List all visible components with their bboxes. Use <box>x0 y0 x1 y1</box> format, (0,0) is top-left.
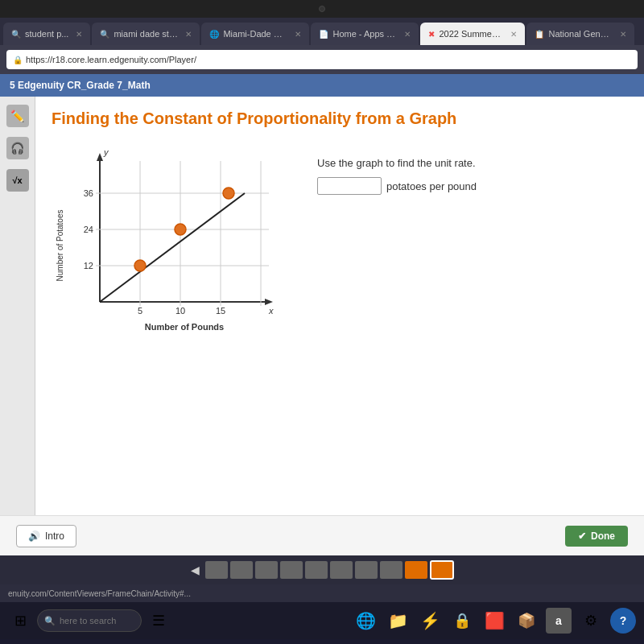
progress-box-7[interactable] <box>355 561 378 579</box>
point-1 <box>134 260 146 271</box>
dropbox-icon[interactable]: 📦 <box>514 608 539 634</box>
tab-6-label: National General M... <box>548 29 613 39</box>
app-header: 5 Edgenuity CR_Grade 7_Math <box>0 74 644 97</box>
tab-1-close[interactable]: ✕ <box>76 30 82 39</box>
svg-text:10: 10 <box>175 306 185 316</box>
sqrt-icon[interactable]: √x <box>6 169 29 192</box>
tab-3-label: Miami-Dade County P... <box>223 29 287 39</box>
taskbar-right: 🌐 📁 ⚡ 🔒 🟥 📦 a ⚙ ? <box>353 608 636 634</box>
edge-browser-icon[interactable]: 🌐 <box>353 608 378 634</box>
tab-3-close[interactable]: ✕ <box>295 30 301 39</box>
lightning-icon[interactable]: ⚡ <box>417 608 443 634</box>
main-panel: Finding the Constant of Proportionality … <box>35 97 644 515</box>
instructions-text: Use the graph to find the unit rate. <box>317 157 628 169</box>
address-text: https://r18.core.learn.edgenuity.com/Pla… <box>26 55 196 64</box>
instructions-panel: Use the graph to find the unit rate. pot… <box>317 141 628 195</box>
tab-5-icon: ✖ <box>428 30 435 39</box>
tab-4-icon: 📄 <box>319 30 328 39</box>
tab-1-label: student p... <box>25 29 68 39</box>
svg-marker-2 <box>97 153 103 161</box>
progress-box-3[interactable] <box>255 561 278 579</box>
lesson-title: Finding the Constant of Proportionality … <box>52 109 628 128</box>
tab-6[interactable]: 📋 National General M... ✕ <box>526 23 634 45</box>
file-explorer-icon[interactable]: 📁 <box>385 608 411 634</box>
progress-box-10[interactable] <box>430 560 454 580</box>
done-label: Done <box>591 530 615 542</box>
point-2 <box>175 224 186 235</box>
tab-1[interactable]: 🔍 student p... ✕ <box>3 23 90 45</box>
task-view-icon[interactable]: ☰ <box>147 609 171 633</box>
progress-prev-icon[interactable]: ◀ <box>191 564 200 576</box>
pencil-icon[interactable]: ✏️ <box>6 105 29 127</box>
svg-text:5: 5 <box>138 306 142 316</box>
taskbar-search-label: here to search <box>60 616 116 625</box>
intro-label: Intro <box>45 530 64 542</box>
intro-button[interactable]: 🔊 Intro <box>16 525 76 547</box>
laptop-bezel-top <box>0 0 644 18</box>
address-bar-row: 🔒 https://r18.core.learn.edgenuity.com/P… <box>0 45 644 74</box>
answer-input[interactable] <box>317 177 382 195</box>
tab-3[interactable]: 🌐 Miami-Dade County P... ✕ <box>201 23 309 45</box>
svg-text:y: y <box>103 147 109 157</box>
progress-box-2[interactable] <box>230 561 253 579</box>
tab-3-icon: 🌐 <box>209 30 219 39</box>
tab-6-close[interactable]: ✕ <box>620 30 626 39</box>
a-icon[interactable]: a <box>546 608 572 634</box>
taskbar-search[interactable]: 🔍 here to search <box>37 609 142 632</box>
tab-6-icon: 📋 <box>535 30 544 39</box>
tab-2[interactable]: 🔍 miami dade student p... ✕ <box>92 23 200 45</box>
svg-line-19 <box>100 193 245 302</box>
unit-label: potatoes per pound <box>386 180 477 192</box>
svg-text:12: 12 <box>84 261 93 270</box>
status-url: enuity.com/ContentViewers/FrameChain/Act… <box>8 589 191 598</box>
help-icon[interactable]: ? <box>610 608 636 634</box>
point-3 <box>223 188 234 199</box>
progress-box-6[interactable] <box>330 561 353 579</box>
headphone-icon[interactable]: 🎧 <box>6 137 29 159</box>
graph-svg: Number of Potatoes <box>52 141 293 350</box>
svg-text:x: x <box>268 306 274 316</box>
progress-box-9[interactable] <box>405 561 427 579</box>
taskbar: ⊞ 🔍 here to search ☰ 🌐 📁 ⚡ 🔒 🟥 📦 a ⚙ ? <box>0 602 644 639</box>
progress-box-4[interactable] <box>280 561 303 579</box>
search-icon: 🔍 <box>44 616 56 626</box>
tab-1-icon: 🔍 <box>11 30 21 39</box>
left-sidebar: ✏️ 🎧 √x <box>0 97 35 515</box>
browser-tab-bar: 🔍 student p... ✕ 🔍 miami dade student p.… <box>0 18 644 45</box>
svg-text:24: 24 <box>84 225 93 234</box>
progress-box-8[interactable] <box>380 561 402 579</box>
y-axis-label: Number of Potatoes <box>56 210 64 282</box>
address-bar[interactable]: 🔒 https://r18.core.learn.edgenuity.com/P… <box>6 50 638 69</box>
svg-text:Number of Pounds: Number of Pounds <box>145 322 224 332</box>
tab-5[interactable]: ✖ 2022 Summer 305 Ed... ✕ <box>420 23 525 45</box>
checkmark-icon: ✔ <box>578 530 586 542</box>
lock-icon: 🔒 <box>13 56 23 64</box>
settings-icon[interactable]: ⚙ <box>578 608 604 634</box>
windows-start-icon[interactable]: ⊞ <box>8 609 32 633</box>
tab-4-close[interactable]: ✕ <box>404 30 411 39</box>
svg-text:15: 15 <box>216 306 225 316</box>
tab-5-close[interactable]: ✕ <box>510 30 517 39</box>
tab-2-label: miami dade student p... <box>114 29 178 39</box>
content-area: ✏️ 🎧 √x Finding the Constant of Proporti… <box>0 97 644 515</box>
progress-area: ◀ <box>0 555 644 584</box>
graph-container: Number of Potatoes <box>52 141 293 350</box>
progress-box-1[interactable] <box>205 561 228 579</box>
speaker-icon: 🔊 <box>28 530 40 542</box>
tab-2-close[interactable]: ✕ <box>185 30 192 39</box>
unit-rate-row: potatoes per pound <box>317 177 628 195</box>
problem-area: Number of Potatoes <box>52 141 628 350</box>
lock-app-icon[interactable]: 🔒 <box>449 608 475 634</box>
app-header-title: 5 Edgenuity CR_Grade 7_Math <box>10 80 151 91</box>
tab-4[interactable]: 📄 Home - Apps | Service... ✕ <box>311 23 419 45</box>
tab-2-icon: 🔍 <box>100 30 109 39</box>
webcam-icon <box>319 6 325 12</box>
svg-text:36: 36 <box>84 188 93 198</box>
bottom-bar: 🔊 Intro ✔ Done <box>0 515 644 555</box>
tab-5-label: 2022 Summer 305 Ed... <box>439 29 503 39</box>
tab-4-label: Home - Apps | Service... <box>332 29 397 39</box>
progress-box-5[interactable] <box>305 561 328 579</box>
done-button[interactable]: ✔ Done <box>565 526 628 547</box>
office-icon[interactable]: 🟥 <box>481 608 507 634</box>
status-bar-bottom: enuity.com/ContentViewers/FrameChain/Act… <box>0 584 644 602</box>
